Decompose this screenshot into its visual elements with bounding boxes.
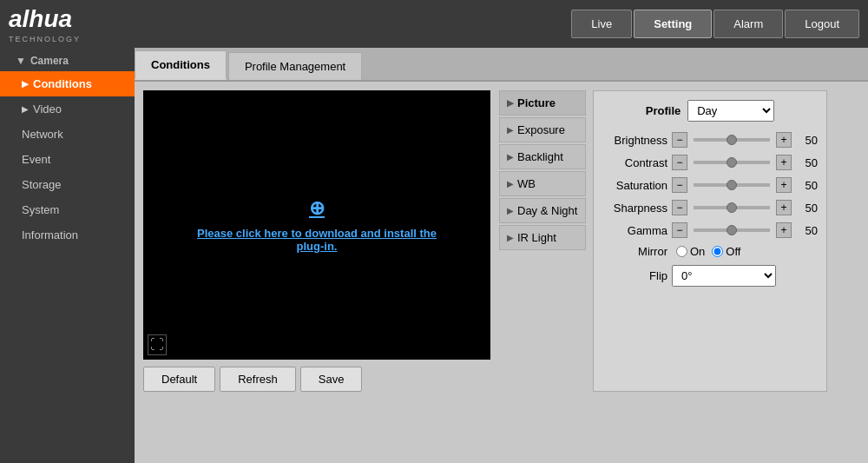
- flip-select[interactable]: 0° 90° 180° 270°: [672, 265, 776, 287]
- saturation-row: Saturation − + 50: [602, 177, 818, 193]
- saturation-track[interactable]: [694, 183, 770, 187]
- flip-label: Flip: [602, 269, 667, 282]
- logo-sub: TECHNOLOGY: [9, 35, 81, 43]
- sidebar-conditions-label: Conditions: [33, 77, 92, 90]
- wb-arrow: ▶: [507, 179, 514, 189]
- sidebar-item-information[interactable]: Information: [0, 222, 135, 248]
- pic-menu-irlight[interactable]: ▶ IR Light: [499, 225, 586, 250]
- irlight-label: IR Light: [517, 231, 556, 244]
- action-buttons: Default Refresh Save: [143, 367, 490, 392]
- sidebar-item-storage[interactable]: Storage: [0, 172, 135, 197]
- contrast-track[interactable]: [694, 161, 770, 164]
- sharpness-row: Sharpness − + 50: [602, 200, 818, 215]
- nav-logout[interactable]: Logout: [785, 10, 859, 38]
- flip-row: Flip 0° 90° 180° 270°: [602, 265, 818, 287]
- default-button[interactable]: Default: [143, 367, 215, 392]
- brightness-label: Brightness: [602, 134, 667, 147]
- video-section: ⊕ Please click here to download and inst…: [143, 90, 490, 392]
- sidebar-network-label: Network: [22, 128, 63, 141]
- mirror-off-option[interactable]: Off: [712, 245, 740, 258]
- sidebar: ▼ Camera ▶ Conditions ▶ Video Network Ev…: [0, 48, 135, 463]
- contrast-label: Contrast: [602, 156, 667, 169]
- saturation-value: 50: [796, 179, 818, 192]
- save-button[interactable]: Save: [300, 367, 363, 392]
- wb-label: WB: [517, 177, 536, 190]
- tab-profile-management[interactable]: Profile Management: [228, 52, 362, 80]
- mirror-row: Mirror On Off: [602, 245, 818, 258]
- expand-icon[interactable]: ⛶: [148, 334, 167, 355]
- sidebar-item-system[interactable]: System: [0, 197, 135, 222]
- saturation-minus[interactable]: −: [672, 177, 687, 193]
- profile-row: Profile Day Night Normal: [602, 100, 818, 122]
- gamma-plus[interactable]: +: [776, 222, 792, 238]
- exposure-label: Exposure: [517, 123, 565, 136]
- sidebar-item-video[interactable]: ▶ Video: [0, 96, 135, 122]
- plugin-message[interactable]: ⊕ Please click here to download and inst…: [197, 197, 437, 253]
- inner-content: ⊕ Please click here to download and inst…: [135, 82, 868, 400]
- mirror-label: Mirror: [602, 245, 667, 258]
- mirror-off-label: Off: [726, 245, 740, 258]
- contrast-plus[interactable]: +: [776, 155, 792, 170]
- picture-menu-label: Picture: [517, 96, 556, 109]
- mirror-on-radio[interactable]: [676, 246, 687, 257]
- pic-menu-picture[interactable]: ▶ Picture: [499, 90, 586, 116]
- gamma-track[interactable]: [694, 228, 770, 232]
- sharpness-track[interactable]: [694, 206, 770, 209]
- mirror-on-label: On: [690, 245, 705, 258]
- sidebar-item-conditions[interactable]: ▶ Conditions: [0, 71, 135, 96]
- mirror-off-radio[interactable]: [712, 246, 723, 257]
- pic-menu-backlight[interactable]: ▶ Backlight: [499, 144, 586, 169]
- pic-menu-exposure[interactable]: ▶ Exposure: [499, 117, 586, 142]
- contrast-minus[interactable]: −: [672, 155, 687, 170]
- sharpness-label: Sharpness: [602, 202, 667, 215]
- gamma-label: Gamma: [602, 224, 667, 237]
- brightness-track[interactable]: [694, 138, 770, 142]
- picture-arrow: ▶: [507, 98, 514, 108]
- picture-menu: ▶ Picture ▶ Exposure ▶ Backlight ▶ WB: [499, 90, 586, 392]
- plugin-icon: ⊕: [309, 197, 325, 220]
- sidebar-camera-group: ▼ Camera: [0, 48, 135, 71]
- nav-alarm[interactable]: Alarm: [713, 10, 783, 38]
- saturation-plus[interactable]: +: [776, 177, 792, 193]
- backlight-label: Backlight: [517, 150, 563, 163]
- sidebar-storage-label: Storage: [22, 178, 62, 191]
- nav-buttons: Live Setting Alarm Logout: [571, 10, 859, 38]
- brightness-plus[interactable]: +: [776, 132, 792, 148]
- saturation-label: Saturation: [602, 179, 667, 192]
- mirror-on-option[interactable]: On: [676, 245, 705, 258]
- nav-setting[interactable]: Setting: [634, 10, 712, 38]
- irlight-arrow: ▶: [507, 233, 514, 242]
- nav-live[interactable]: Live: [571, 10, 632, 38]
- mirror-radio-group: On Off: [676, 245, 740, 258]
- sharpness-plus[interactable]: +: [776, 200, 792, 215]
- sidebar-event-label: Event: [22, 153, 50, 166]
- header: alhua TECHNOLOGY Live Setting Alarm Logo…: [0, 0, 868, 48]
- gamma-minus[interactable]: −: [672, 222, 687, 238]
- pic-menu-daynight[interactable]: ▶ Day & Night: [499, 198, 586, 223]
- brightness-row: Brightness − + 50: [602, 132, 818, 148]
- sidebar-system-label: System: [22, 203, 59, 216]
- tab-conditions[interactable]: Conditions: [135, 50, 227, 80]
- pic-menu-wb[interactable]: ▶ WB: [499, 171, 586, 196]
- camera-group-label: Camera: [30, 55, 69, 67]
- sidebar-item-network[interactable]: Network: [0, 122, 135, 147]
- profile-select[interactable]: Day Night Normal: [687, 100, 774, 122]
- gamma-row: Gamma − + 50: [602, 222, 818, 238]
- plugin-line2: plug-in.: [297, 240, 338, 253]
- profile-label: Profile: [646, 104, 681, 117]
- logo: alhua TECHNOLOGY: [9, 5, 81, 43]
- sidebar-video-label: Video: [33, 103, 62, 116]
- sharpness-minus[interactable]: −: [672, 200, 687, 215]
- video-container: ⊕ Please click here to download and inst…: [143, 90, 490, 360]
- picture-panel: ▶ Picture ▶ Exposure ▶ Backlight ▶ WB: [499, 90, 859, 392]
- logo-text: alhua: [9, 5, 72, 32]
- refresh-button[interactable]: Refresh: [220, 367, 296, 392]
- main: ▼ Camera ▶ Conditions ▶ Video Network Ev…: [0, 48, 868, 463]
- brightness-minus[interactable]: −: [672, 132, 687, 148]
- video-arrow: ▶: [22, 104, 29, 114]
- camera-group-arrow: ▼: [16, 55, 26, 67]
- contrast-value: 50: [796, 156, 818, 169]
- sidebar-item-event[interactable]: Event: [0, 147, 135, 172]
- content-area: Conditions Profile Management ⊕ Please c…: [135, 48, 868, 463]
- plugin-line1: Please click here to download and instal…: [197, 227, 437, 240]
